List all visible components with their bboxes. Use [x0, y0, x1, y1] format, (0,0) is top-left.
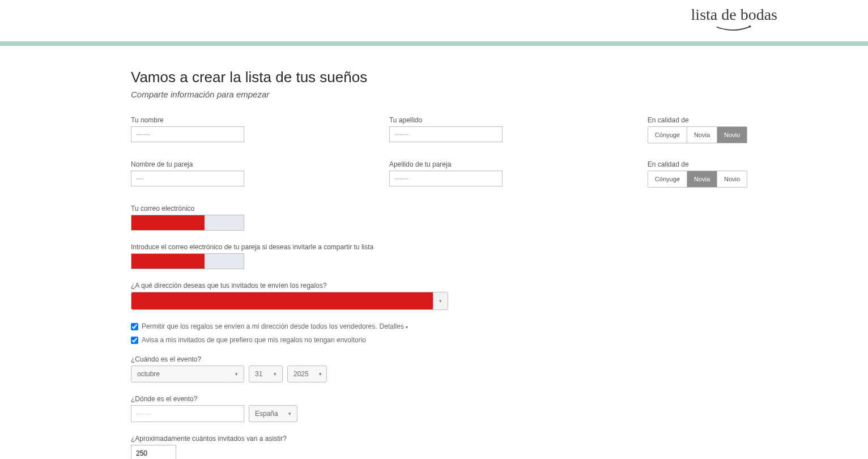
chevron-down-icon: ▾	[288, 411, 291, 416]
year-value: 2025	[293, 370, 309, 378]
partner-email-input[interactable]	[131, 253, 244, 269]
role1-conyuge-button[interactable]: Cónyuge	[648, 127, 687, 143]
guests-input[interactable]	[131, 445, 176, 459]
role1-novia-button[interactable]: Novia	[687, 127, 717, 143]
chevron-down-icon: ▾	[235, 371, 238, 377]
header-divider	[0, 41, 868, 46]
role2-conyuge-button[interactable]: Cónyuge	[648, 171, 687, 187]
brand-text: lista de bodas	[691, 6, 777, 24]
day-select[interactable]: 31 ▾	[249, 366, 283, 382]
label-cuando: ¿Cuándo es el evento?	[131, 355, 760, 363]
first-name-input[interactable]	[131, 126, 244, 142]
label-correo: Tu correo electrónico	[131, 205, 760, 212]
label-apellido-pareja: Apellido de tu pareja	[389, 160, 636, 168]
label-invitados: ¿Aproximadamente cuántos invitados van a…	[131, 435, 760, 443]
month-select[interactable]: octubre ▾	[131, 366, 244, 382]
city-input[interactable]	[131, 405, 244, 422]
label-tu-apellido: Tu apellido	[389, 116, 636, 124]
country-select[interactable]: España ▾	[249, 405, 297, 422]
partner-last-name-input[interactable]	[389, 171, 503, 186]
month-value: octubre	[137, 370, 160, 378]
label-role-1: En calidad de	[648, 116, 760, 124]
brand-logo: lista de bodas	[691, 6, 777, 33]
label-donde: ¿Dónde es el evento?	[131, 395, 760, 403]
role-group-2: Cónyuge Novia Novio	[648, 171, 747, 188]
last-name-input[interactable]	[389, 126, 503, 142]
page-subtitle: Comparte información para empezar	[131, 90, 760, 99]
chevron-down-icon: ▾	[433, 292, 448, 309]
year-select[interactable]: 2025 ▾	[287, 366, 327, 382]
permit-gifts-label: Permitir que los regalos se envíen a mi …	[142, 322, 377, 330]
chevron-down-icon: ▾	[406, 325, 408, 330]
no-wrap-label: Avisa a mis invitados de que prefiero qu…	[142, 336, 366, 344]
chevron-down-icon: ▾	[319, 371, 322, 377]
address-select[interactable]: ▾	[131, 292, 448, 310]
role-group-1: Cónyuge Novia Novio	[648, 126, 747, 143]
country-value: España	[255, 410, 278, 418]
label-nombre-pareja: Nombre de tu pareja	[131, 160, 378, 168]
permit-gifts-checkbox[interactable]	[131, 323, 138, 330]
page-title: Vamos a crear la lista de tus sueños	[131, 69, 760, 86]
amazon-smile-icon	[714, 25, 754, 33]
day-value: 31	[255, 370, 262, 378]
label-tu-nombre: Tu nombre	[131, 116, 378, 124]
label-direccion: ¿A qué dirección deseas que tus invitado…	[131, 282, 760, 290]
email-input[interactable]	[131, 215, 244, 231]
partner-first-name-input[interactable]	[131, 171, 244, 186]
no-wrap-checkbox[interactable]	[131, 337, 138, 344]
role2-novia-button[interactable]: Novia	[687, 171, 717, 187]
label-correo-pareja: Introduce el correo electrónico de tu pa…	[131, 243, 760, 251]
role1-novio-button[interactable]: Novio	[717, 127, 747, 143]
role2-novio-button[interactable]: Novio	[717, 171, 747, 187]
details-link[interactable]: Detalles ▾	[380, 322, 409, 330]
chevron-down-icon: ▾	[274, 371, 276, 377]
label-role-2: En calidad de	[648, 160, 760, 168]
